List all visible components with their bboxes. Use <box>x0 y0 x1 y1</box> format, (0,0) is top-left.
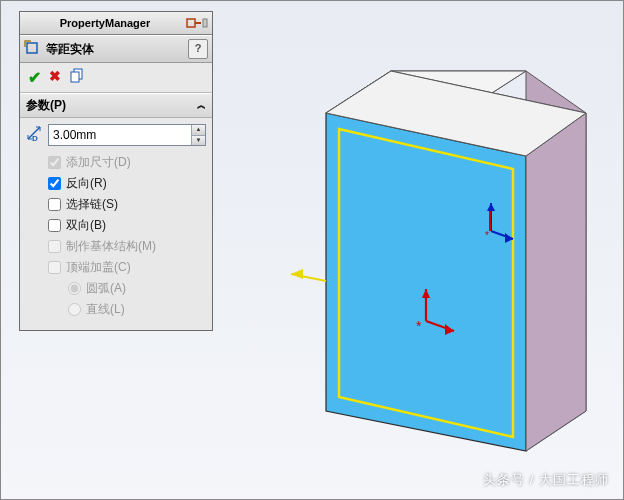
arc-label: 圆弧(A) <box>86 280 126 297</box>
construction-checkbox <box>48 240 61 253</box>
detailed-preview-button[interactable] <box>69 68 85 87</box>
parameters-body: D ▲ ▼ 添加尺寸(D) 反向(R) 选择链(S) 双向(B) <box>20 118 212 330</box>
arc-radio <box>68 282 81 295</box>
property-manager-panel: PropertyManager 等距实体 ? ✔ ✖ <box>19 11 213 331</box>
line-row: 直线(L) <box>26 299 206 320</box>
reverse-checkbox[interactable] <box>48 177 61 190</box>
svg-marker-18 <box>326 71 586 156</box>
ok-button[interactable]: ✔ <box>28 68 41 87</box>
svg-rect-0 <box>187 19 195 27</box>
svg-rect-2 <box>203 19 207 27</box>
command-title-bar: 等距实体 ? <box>20 35 212 63</box>
reverse-row[interactable]: 反向(R) <box>26 173 206 194</box>
svg-marker-22 <box>487 203 495 211</box>
distance-input-wrap[interactable]: ▲ ▼ <box>48 124 206 146</box>
svg-rect-5 <box>71 72 79 82</box>
construction-label: 制作基体结构(M) <box>66 238 156 255</box>
svg-marker-30 <box>445 324 454 335</box>
svg-marker-11 <box>326 71 586 156</box>
spinner-down-icon[interactable]: ▼ <box>192 136 205 146</box>
action-row: ✔ ✖ <box>20 63 212 93</box>
add-dimensions-label: 添加尺寸(D) <box>66 154 131 171</box>
pm-header: PropertyManager <box>20 12 212 35</box>
svg-marker-17 <box>526 113 586 451</box>
svg-marker-7 <box>526 71 586 451</box>
cap-ends-row: 顶端加盖(C) <box>26 257 206 278</box>
svg-line-19 <box>291 274 326 281</box>
select-chain-checkbox[interactable] <box>48 198 61 211</box>
bidirectional-checkbox[interactable] <box>48 219 61 232</box>
watermark: 头条号 / 大国工程师 <box>483 471 609 489</box>
offset-preview <box>339 129 513 437</box>
svg-text:*: * <box>485 230 489 241</box>
chevron-up-icon: ︽ <box>197 99 206 112</box>
add-dimensions-row: 添加尺寸(D) <box>26 152 206 173</box>
svg-marker-8 <box>326 71 526 113</box>
origin-triad: * <box>416 289 454 335</box>
svg-marker-12 <box>326 71 586 113</box>
cap-ends-label: 顶端加盖(C) <box>66 259 131 276</box>
arc-row: 圆弧(A) <box>26 278 206 299</box>
add-dimensions-checkbox <box>48 156 61 169</box>
svg-marker-28 <box>422 289 430 298</box>
line-radio <box>68 303 81 316</box>
3d-model: * * <box>231 21 611 491</box>
spinner-up-icon[interactable]: ▲ <box>192 125 205 136</box>
svg-marker-13 <box>326 71 586 156</box>
svg-marker-14 <box>326 71 586 156</box>
svg-text:D: D <box>32 134 38 143</box>
svg-rect-3 <box>27 43 37 53</box>
distance-row: D ▲ ▼ <box>26 124 206 146</box>
select-chain-row[interactable]: 选择链(S) <box>26 194 206 215</box>
bidirectional-label: 双向(B) <box>66 217 106 234</box>
construction-row: 制作基体结构(M) <box>26 236 206 257</box>
svg-marker-10 <box>326 71 526 113</box>
reverse-label: 反向(R) <box>66 175 107 192</box>
distance-input[interactable] <box>49 125 191 145</box>
svg-marker-16 <box>326 113 526 451</box>
svg-marker-24 <box>505 233 513 243</box>
line-label: 直线(L) <box>86 301 125 318</box>
command-title: 等距实体 <box>46 41 188 58</box>
bidirectional-row[interactable]: 双向(B) <box>26 215 206 236</box>
svg-text:*: * <box>416 318 422 334</box>
pm-title: PropertyManager <box>24 17 186 29</box>
distance-icon: D <box>26 125 44 146</box>
face-triad: * <box>485 203 513 243</box>
distance-spinner[interactable]: ▲ ▼ <box>191 125 205 145</box>
svg-marker-20 <box>291 269 303 279</box>
cap-ends-checkbox <box>48 261 61 274</box>
pushpin-icon[interactable] <box>186 17 208 29</box>
parameters-header[interactable]: 参数(P) ︽ <box>20 93 212 118</box>
svg-line-29 <box>426 321 454 331</box>
svg-marker-15 <box>326 71 586 156</box>
cancel-button[interactable]: ✖ <box>49 68 61 87</box>
help-button[interactable]: ? <box>188 39 208 59</box>
select-chain-label: 选择链(S) <box>66 196 118 213</box>
svg-line-23 <box>491 231 513 239</box>
parameters-label: 参数(P) <box>26 97 66 114</box>
offset-entities-icon <box>24 40 42 58</box>
